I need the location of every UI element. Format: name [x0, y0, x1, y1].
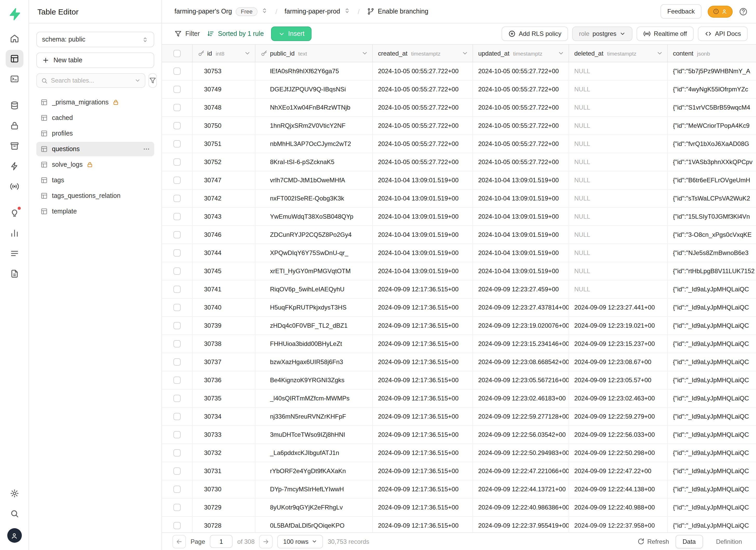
cell-content[interactable]: {"id":"_Id9aLyJpMHQLaiQC: [668, 317, 756, 334]
cell-public-id[interactable]: RiqOV6p_5wihLeIAEQyhU: [255, 280, 373, 298]
enable-branching-button[interactable]: Enable branching: [367, 8, 428, 15]
cell-updated-at[interactable]: 2024-10-05 00:55:27.722+00: [473, 62, 569, 80]
column-header-id[interactable]: id int8: [193, 45, 255, 62]
table-row[interactable]: 30753 lEfA0sRh9hIXf62Y6ga75 2024-10-05 0…: [162, 62, 756, 81]
sidebar-item-questions[interactable]: questions: [36, 142, 154, 156]
row-checkbox[interactable]: [173, 322, 181, 329]
column-menu-icon[interactable]: [656, 50, 663, 57]
cell-updated-at[interactable]: 2024-10-04 13:09:01.519+00: [473, 226, 569, 244]
table-row[interactable]: 30729 8yUKotr9qGYjK2eFRhgLv 2024-09-09 1…: [162, 499, 756, 517]
cell-updated-at[interactable]: 2024-09-09 12:22:56.03542+00: [473, 426, 569, 444]
cell-public-id[interactable]: xrETl_HyGY0mPMGVqtOTM: [255, 262, 373, 280]
cell-public-id[interactable]: ZDCunRYJP2CQ5Z8Po2Gy4: [255, 226, 373, 244]
row-checkbox[interactable]: [173, 140, 181, 147]
cell-content[interactable]: {"id":"S1vrVC5BrB59wqcM4: [668, 99, 756, 116]
cell-deleted-at[interactable]: NULL: [569, 208, 668, 225]
cell-created-at[interactable]: 2024-09-09 12:17:36.515+00: [373, 280, 473, 298]
row-checkbox[interactable]: [173, 68, 181, 75]
cell-id[interactable]: 30728: [193, 517, 255, 532]
cell-deleted-at[interactable]: 2024-09-09 12:22:56.033+00: [569, 426, 668, 444]
nav-authentication[interactable]: [5, 117, 23, 135]
search-tables-input[interactable]: [51, 77, 131, 84]
cell-created-at[interactable]: 2024-10-04 13:09:01.519+00: [373, 262, 473, 280]
column-header-content[interactable]: content jsonb: [668, 45, 756, 62]
cell-id[interactable]: 30748: [193, 99, 255, 116]
next-page-button[interactable]: [259, 535, 273, 548]
page-input[interactable]: [210, 535, 233, 548]
sidebar-item-solve_logs[interactable]: solve_logs: [36, 157, 154, 172]
cell-deleted-at[interactable]: 2024-09-09 12:23:08.67+00: [569, 353, 668, 371]
cell-deleted-at[interactable]: 2024-09-09 12:23:15.237+00: [569, 335, 668, 353]
table-row[interactable]: 30732 _La6pddxcKJIbgufATJ1n 2024-09-09 1…: [162, 444, 756, 462]
table-row[interactable]: 30751 nbMhHL3AP7OcCJymc2wT2 2024-10-05 0…: [162, 135, 756, 153]
select-all-checkbox[interactable]: [173, 50, 181, 57]
cell-id[interactable]: 30750: [193, 117, 255, 135]
nav-settings[interactable]: [5, 485, 23, 502]
sidebar-item-profiles[interactable]: profiles: [36, 126, 154, 141]
cell-created-at[interactable]: 2024-10-05 00:55:27.722+00: [373, 62, 473, 80]
cell-deleted-at[interactable]: 2024-09-09 12:23:02.463+00: [569, 390, 668, 407]
cell-public-id[interactable]: H5uqFKpRUTPkjxdysT3HS: [255, 299, 373, 316]
nav-realtime[interactable]: [5, 178, 23, 195]
chevron-down-icon[interactable]: [134, 77, 141, 84]
cell-deleted-at[interactable]: 2024-09-09 12:22:37.958+00: [569, 517, 668, 532]
row-checkbox[interactable]: [173, 486, 181, 493]
notifications-badge[interactable]: [708, 5, 733, 17]
row-checkbox[interactable]: [173, 104, 181, 111]
cell-public-id[interactable]: vrlh7CMD-JtM1bOweMHfA: [255, 171, 373, 189]
nav-table-editor[interactable]: [5, 50, 23, 68]
cell-updated-at[interactable]: 2024-10-05 00:55:27.722+00: [473, 153, 569, 171]
table-row[interactable]: 30746 ZDCunRYJP2CQ5Z8Po2Gy4 2024-10-04 1…: [162, 226, 756, 244]
cell-id[interactable]: 30736: [193, 371, 255, 389]
org-switcher[interactable]: [261, 7, 268, 16]
cell-updated-at[interactable]: 2024-10-05 00:55:27.722+00: [473, 99, 569, 116]
cell-public-id[interactable]: 8yUKotr9qGYjK2eFRhgLv: [255, 499, 373, 516]
cell-created-at[interactable]: 2024-09-09 12:17:36.515+00: [373, 335, 473, 353]
org-breadcrumb[interactable]: farming-paper's Org: [174, 8, 232, 15]
cell-created-at[interactable]: 2024-09-09 12:17:36.515+00: [373, 462, 473, 480]
tab-definition[interactable]: Definition: [709, 535, 749, 548]
column-header-deleted_at[interactable]: deleted_at timestamptz: [569, 45, 668, 62]
table-row[interactable]: 30747 vrlh7CMD-JtM1bOweMHfA 2024-10-04 1…: [162, 171, 756, 190]
help-button[interactable]: [739, 7, 748, 16]
cell-updated-at[interactable]: 2024-10-05 00:55:27.722+00: [473, 81, 569, 98]
cell-content[interactable]: {"id":"_Id9aLyJpMHQLaiQC: [668, 462, 756, 480]
cell-content[interactable]: {"id":"_Id9aLyJpMHQLaiQC: [668, 299, 756, 316]
cell-content[interactable]: {"id":"NJe5s8ZmBwnoB6e3: [668, 244, 756, 262]
cell-id[interactable]: 30751: [193, 135, 255, 153]
table-row[interactable]: 30743 YwEmuWdqT38XoSB048QYp 2024-10-04 1…: [162, 208, 756, 226]
cell-updated-at[interactable]: 2024-10-04 13:09:01.519+00: [473, 262, 569, 280]
cell-deleted-at[interactable]: 2024-09-09 12:23:19.021+00: [569, 317, 668, 334]
cell-created-at[interactable]: 2024-09-09 12:17:36.515+00: [373, 444, 473, 462]
cell-content[interactable]: {"id":"4wyNgK55lOfrpmYZc: [668, 81, 756, 98]
realtime-toggle-button[interactable]: Realtime off: [637, 26, 694, 41]
cell-deleted-at[interactable]: NULL: [569, 117, 668, 135]
table-row[interactable]: 30728 0L5BAfDaLDl5rQOiqeKPO 2024-09-09 1…: [162, 517, 756, 532]
cell-deleted-at[interactable]: 2024-09-09 12:22:44.138+00: [569, 480, 668, 498]
cell-updated-at[interactable]: 2024-09-09 12:23:27.437814+00: [473, 299, 569, 316]
column-menu-icon[interactable]: [244, 50, 251, 57]
table-row[interactable]: 30750 1hnRQjxSRm2V0VticY2NF 2024-10-05 0…: [162, 117, 756, 135]
cell-public-id[interactable]: zHDq4c0F0VBF_TL2_dBZ1: [255, 317, 373, 334]
cell-public-id[interactable]: YwEmuWdqT38XoSB048QYp: [255, 208, 373, 225]
new-table-button[interactable]: New table: [36, 52, 154, 68]
nav-api-docs[interactable]: [5, 265, 23, 283]
api-docs-button[interactable]: API Docs: [698, 26, 748, 41]
row-checkbox[interactable]: [173, 467, 181, 475]
row-checkbox[interactable]: [173, 340, 181, 347]
filter-button[interactable]: Filter: [174, 30, 200, 37]
cell-created-at[interactable]: 2024-10-04 13:09:01.519+00: [373, 226, 473, 244]
cell-updated-at[interactable]: 2024-10-04 13:09:01.519+00: [473, 244, 569, 262]
cell-public-id[interactable]: NhXEo1Xw04FnB4RzWTNjb: [255, 99, 373, 116]
cell-id[interactable]: 30743: [193, 208, 255, 225]
cell-content[interactable]: {"id":"_Id9aLyJpMHQLaiQC: [668, 390, 756, 407]
cell-content[interactable]: {"id":"sTsWaLCPsVA2WuK2: [668, 190, 756, 207]
cell-id[interactable]: 30737: [193, 353, 255, 371]
cell-deleted-at[interactable]: NULL: [569, 81, 668, 98]
cell-created-at[interactable]: 2024-10-05 00:55:27.722+00: [373, 153, 473, 171]
cell-public-id[interactable]: DGEJfJZPQUV9Q-IBqsNSi: [255, 81, 373, 98]
tab-data[interactable]: Data: [675, 535, 703, 548]
sidebar-item-cached[interactable]: cached: [36, 111, 154, 125]
nav-edge-functions[interactable]: [5, 157, 23, 175]
cell-content[interactable]: {"id":"_Id9aLyJpMHQLaiQC: [668, 408, 756, 425]
